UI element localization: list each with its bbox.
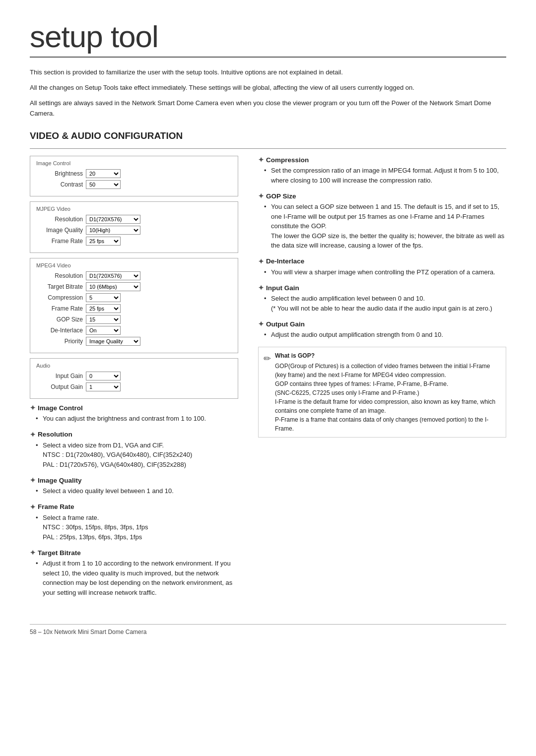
desc-heading-gop-size: ✦ GOP Size (258, 192, 506, 200)
mpeg4-resolution-label: Resolution (36, 272, 86, 279)
diamond-icon: ✦ (30, 503, 36, 511)
section-title: VIDEO & AUDIO CONFIGURATION (30, 130, 506, 141)
output-gain-row: Output Gain 1 (36, 382, 232, 391)
desc-input-gain: ✦ Input GainSelect the audio amplificati… (258, 284, 506, 313)
footer: 58 – 10x Network Mini Smart Dome Camera (30, 624, 506, 635)
desc-list-frame-rate: Select a frame rate. NTSC : 30fps, 15fps… (30, 513, 238, 542)
desc-heading-input-gain: ✦ Input Gain (258, 284, 506, 292)
list-item: Set the compression ratio of an image in… (264, 166, 506, 185)
intro-para3: All settings are always saved in the Net… (30, 98, 506, 119)
list-item: Select a frame rate. NTSC : 30fps, 15fps… (36, 513, 238, 542)
brightness-select[interactable]: 20 (86, 169, 121, 178)
intro-para1: This section is provided to familiarize … (30, 67, 506, 78)
section-divider (30, 148, 506, 149)
diamond-icon: ✦ (258, 284, 264, 292)
input-gain-select[interactable]: 0 (86, 372, 121, 380)
mjpeg-framerate-select[interactable]: 25 fps (86, 237, 121, 246)
mjpeg-resolution-label: Resolution (36, 216, 86, 223)
mpeg4-compression-label: Compression (36, 294, 86, 301)
desc-list-image-quality: Select a video quality level between 1 a… (30, 486, 238, 496)
desc-heading-de-interlace: ✦ De-Interlace (258, 257, 506, 265)
mpeg4-deinterlace-select[interactable]: On (86, 326, 121, 335)
desc-heading-compression: ✦ Compression (258, 156, 506, 164)
note-icon: ✏ (264, 352, 271, 433)
diamond-icon: ✦ (258, 320, 264, 328)
mpeg4-priority-row: Priority Image Quality (36, 337, 232, 346)
desc-gop-size: ✦ GOP SizeYou can select a GOP size betw… (258, 192, 506, 251)
desc-list-image-control: You can adjust the brightness and contra… (30, 414, 238, 424)
mpeg4-framerate-label: Frame Rate (36, 305, 86, 312)
desc-frame-rate: ✦ Frame RateSelect a frame rate. NTSC : … (30, 503, 238, 542)
contrast-row: Contrast 50 (36, 180, 232, 189)
mjpeg-quality-label: Image Quality (36, 227, 86, 234)
mpeg4-priority-label: Priority (36, 338, 86, 345)
main-content: Image Control Brightness 20 Contrast 50 … (30, 156, 506, 604)
desc-list-de-interlace: You will view a sharper image when contr… (258, 267, 506, 277)
mpeg4-bitrate-label: Target Bitrate (36, 283, 86, 290)
desc-list-target-bitrate: Adjust it from 1 to 10 according to the … (30, 559, 238, 597)
output-gain-label: Output Gain (36, 383, 86, 390)
desc-target-bitrate: ✦ Target BitrateAdjust it from 1 to 10 a… (30, 549, 238, 597)
mpeg4-gopsize-select[interactable]: 15 (86, 315, 121, 324)
note-body: GOP(Group of Pictures) is a collection o… (275, 362, 501, 433)
desc-heading-frame-rate: ✦ Frame Rate (30, 503, 238, 511)
desc-image-quality: ✦ Image QualitySelect a video quality le… (30, 476, 238, 496)
list-item: Adjust the audio output amplification st… (264, 330, 506, 340)
mjpeg-box-title: MJPEG Video (36, 206, 232, 212)
right-column: ✦ CompressionSet the compression ratio o… (258, 156, 506, 604)
list-item: You can adjust the brightness and contra… (36, 414, 238, 424)
list-item: Select a video size from D1, VGA and CIF… (36, 441, 238, 470)
mjpeg-resolution-select[interactable]: D1(720X576) (86, 215, 140, 224)
mpeg4-compression-row: Compression 5 (36, 293, 232, 302)
mjpeg-quality-select[interactable]: 10(High) (86, 226, 140, 235)
mpeg4-gopsize-row: GOP Size 15 (36, 315, 232, 324)
brightness-row: Brightness 20 (36, 169, 232, 178)
output-gain-select[interactable]: 1 (86, 382, 121, 391)
diamond-icon: ✦ (258, 257, 264, 265)
note-content: What is GOP? GOP(Group of Pictures) is a… (275, 351, 501, 433)
note-box: ✏ What is GOP? GOP(Group of Pictures) is… (258, 347, 506, 438)
page-title: setup tool (30, 20, 506, 58)
image-control-box: Image Control Brightness 20 Contrast 50 (30, 156, 238, 196)
input-gain-label: Input Gain (36, 373, 86, 379)
mpeg4-box-title: MPEG4 Video (36, 262, 232, 268)
mjpeg-framerate-row: Frame Rate 25 fps (36, 237, 232, 246)
mpeg4-resolution-row: Resolution D1(720X576) (36, 271, 232, 280)
desc-output-gain: ✦ Output GainAdjust the audio output amp… (258, 320, 506, 340)
diamond-icon: ✦ (30, 431, 36, 439)
contrast-label: Contrast (36, 181, 86, 188)
desc-heading-resolution: ✦ Resolution (30, 431, 238, 439)
desc-image-control: ✦ Image ControlYou can adjust the bright… (30, 404, 238, 424)
mpeg4-framerate-select[interactable]: 25 fps (86, 304, 121, 313)
audio-box: Audio Input Gain 0 Output Gain 1 (30, 358, 238, 399)
diamond-icon: ✦ (30, 549, 36, 557)
input-gain-row: Input Gain 0 (36, 372, 232, 380)
right-descriptions: ✦ CompressionSet the compression ratio o… (258, 156, 506, 340)
intro-para2: All the changes on Setup Tools take effe… (30, 83, 506, 93)
note-heading: What is GOP? (275, 351, 501, 360)
mpeg4-bitrate-row: Target Bitrate 10 (6Mbps) (36, 282, 232, 291)
image-control-box-title: Image Control (36, 160, 232, 166)
brightness-label: Brightness (36, 170, 86, 177)
list-item: You will view a sharper image when contr… (264, 267, 506, 277)
desc-list-resolution: Select a video size from D1, VGA and CIF… (30, 441, 238, 470)
mpeg4-deinterlace-label: De-Interlace (36, 327, 86, 334)
list-item: You can select a GOP size between 1 and … (264, 202, 506, 251)
mjpeg-framerate-label: Frame Rate (36, 238, 86, 245)
mpeg4-bitrate-select[interactable]: 10 (6Mbps) (86, 282, 140, 291)
mpeg4-priority-select[interactable]: Image Quality (86, 337, 140, 346)
list-item: Select a video quality level between 1 a… (36, 486, 238, 496)
mpeg4-compression-select[interactable]: 5 (86, 293, 121, 302)
left-descriptions: ✦ Image ControlYou can adjust the bright… (30, 404, 238, 597)
contrast-select[interactable]: 50 (86, 180, 121, 189)
diamond-icon: ✦ (258, 156, 264, 164)
desc-heading-image-control: ✦ Image Control (30, 404, 238, 412)
desc-list-output-gain: Adjust the audio output amplification st… (258, 330, 506, 340)
desc-compression: ✦ CompressionSet the compression ratio o… (258, 156, 506, 185)
list-item: Adjust it from 1 to 10 according to the … (36, 559, 238, 597)
desc-list-gop-size: You can select a GOP size between 1 and … (258, 202, 506, 251)
diamond-icon: ✦ (30, 476, 36, 484)
mpeg4-framerate-row: Frame Rate 25 fps (36, 304, 232, 313)
mpeg4-resolution-select[interactable]: D1(720X576) (86, 271, 140, 280)
mjpeg-quality-row: Image Quality 10(High) (36, 226, 232, 235)
